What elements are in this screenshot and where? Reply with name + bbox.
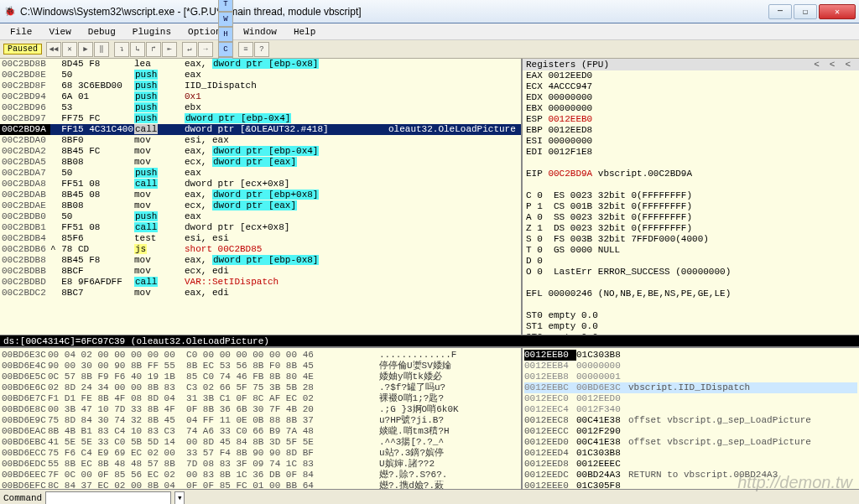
command-label: Command: [3, 493, 42, 503]
hex-row[interactable]: 00BD6EEC7F 0C 00 0F 85 56 EC 02 00 83 8B…: [2, 470, 519, 481]
disasm-row[interactable]: 00C2BD8B 8D45 F8leaeax, dword ptr [ebp-0…: [0, 59, 521, 70]
menu-debug[interactable]: Debug: [81, 25, 122, 39]
hex-row[interactable]: 00BD6ECC75 F6 C4 E9 69 EC 02 00 33 57 F4…: [2, 448, 519, 459]
toolbar: Paused ◀◀ ✕ ▶ ‖ ↴ ↳ ↱ ⇤ ↵ → LEMTWHC/KBR.…: [0, 40, 859, 59]
toolbar-letter-button[interactable]: T: [218, 0, 233, 12]
disasm-row[interactable]: 00C2BDA8 FF51 08calldword ptr [ecx+0x8]: [0, 179, 521, 190]
disasm-row[interactable]: 00C2BDB8 8B45 F8moveax, dword ptr [ebp-0…: [0, 255, 521, 266]
disasm-row[interactable]: 00C2BDAB 8B45 08moveax, dword ptr [ebp+0…: [0, 190, 521, 200]
stack-row[interactable]: 0012EED80012EEEC: [524, 459, 857, 470]
disasm-row[interactable]: 00C2BDB0 50pusheax: [0, 211, 521, 222]
toolbar-button[interactable]: ⇤: [162, 42, 177, 57]
hex-row[interactable]: 00BD6E8C00 3B 47 10 7D 33 8B 4F 0F 8B 36…: [2, 404, 519, 415]
window-maximize-button[interactable]: ☐: [794, 4, 817, 19]
hex-row[interactable]: 00BD6EBC41 5E 5E 33 C0 5B 5D 14 00 8D 45…: [2, 437, 519, 448]
menubar: File View Debug Plugins Options Window H…: [0, 23, 859, 40]
hex-row[interactable]: 00BD6EAC8B 4B B1 83 C4 10 83 C3 74 A6 33…: [2, 426, 519, 437]
status-paused: Paused: [3, 44, 42, 55]
disasm-row[interactable]: 00C2BD94 6A 01push0x1: [0, 91, 521, 102]
register-line: [523, 278, 859, 288]
window-minimize-button[interactable]: ─: [768, 4, 792, 19]
hex-row[interactable]: 00BD6EFC8C 84 37 EC 02 00 8B 04 0F 0F 85…: [2, 481, 519, 489]
menu-help[interactable]: Help: [287, 25, 322, 39]
toolbar-button[interactable]: ◀◀: [46, 42, 61, 57]
hex-row[interactable]: 00BD6E5C0C 57 8B F9 F6 40 19 1B 85 C0 74…: [2, 372, 519, 382]
disasm-row[interactable]: 00C2BDA0 8BF0movesi, eax: [0, 135, 521, 146]
stack-row[interactable]: 0012EEB001C303B8: [524, 350, 857, 361]
toolbar-button[interactable]: ?: [254, 42, 269, 57]
toolbar-button[interactable]: ↵: [182, 42, 197, 57]
disasm-row[interactable]: 00C2BDA7 50pusheax: [0, 168, 521, 179]
window-close-button[interactable]: ✕: [819, 4, 856, 19]
menu-plugins[interactable]: Plugins: [126, 25, 178, 39]
register-line: ST0 empty 0.0: [523, 310, 859, 321]
disasm-row[interactable]: 00C2BDB6^ 78 CDjsshort 00C2BD85: [0, 244, 521, 255]
stack-row[interactable]: 0012EEB400000000: [524, 361, 857, 372]
disasm-row[interactable]: 00C2BDAE 8B08movecx, dword ptr [eax]: [0, 200, 521, 211]
hex-row[interactable]: 00BD6E7CF1 D1 FE 8B 4F 08 8D 04 31 3B C1…: [2, 393, 519, 404]
disasm-row[interactable]: 00C2BDA2 8B45 FCmoveax, dword ptr [ebp-0…: [0, 146, 521, 157]
command-input[interactable]: [45, 491, 171, 505]
register-line: A 0 SS 0023 32bit 0(FFFFFFFF): [523, 212, 859, 223]
disasm-row[interactable]: 00C2BDBB 8BCFmovecx, edi: [0, 266, 521, 277]
toolbar-button[interactable]: ‖: [94, 42, 109, 57]
disasm-row[interactable]: 00C2BDA5 8B08movecx, dword ptr [eax]: [0, 157, 521, 168]
stack-row[interactable]: 0012EEC00012EED0: [524, 393, 857, 404]
stack-row[interactable]: 0012EEC40012F340: [524, 404, 857, 415]
register-line: [523, 299, 859, 310]
stack-row[interactable]: 0012EEC800C41E38offset vbscript.g_sep_Lo…: [524, 415, 857, 426]
stack-row[interactable]: 0012EEDC00BD24A3RETURN to vbscript.00BD2…: [524, 470, 857, 481]
nav-left-icon[interactable]: <: [825, 60, 841, 70]
register-line: EDI 0012F1E8: [523, 147, 859, 158]
disassembly-pane[interactable]: 00C2BD8B 8D45 F8leaeax, dword ptr [ebp-0…: [0, 59, 523, 335]
menu-window[interactable]: Window: [237, 25, 284, 39]
toolbar-button[interactable]: ▶: [78, 42, 93, 57]
disasm-row[interactable]: 00C2BD8F 68 3C6EBD00pushIID_IDispatch: [0, 81, 521, 91]
disasm-row[interactable]: 00C2BDB1 FF51 08calldword ptr [ecx+0x8]: [0, 222, 521, 233]
disasm-row[interactable]: 00C2BDBD E8 9F6AFDFFcallVAR::SetIDispatc…: [0, 277, 521, 288]
stack-row[interactable]: 0012EED401C303B8: [524, 448, 857, 459]
stack-row[interactable]: 0012EED000C41E38offset vbscript.g_sep_Lo…: [524, 437, 857, 448]
disasm-row[interactable]: 00C2BDB4 85F6testesi, esi: [0, 233, 521, 244]
register-line: EBP 0012EED8: [523, 125, 859, 136]
hex-row[interactable]: 00BD6E6C02 8D 24 34 00 00 8B 83 C3 02 66…: [2, 382, 519, 393]
toolbar-button[interactable]: ≡: [238, 42, 253, 57]
stack-row[interactable]: 0012EEBC00BD6E3Cvbscript.IID_IDispatch: [524, 382, 857, 393]
hex-row[interactable]: 00BD6E9C75 8D 84 30 74 32 8B 45 04 FF 11…: [2, 415, 519, 426]
toolbar-letter-button[interactable]: C: [218, 42, 233, 57]
hex-row[interactable]: 00BD6E3C00 04 02 00 00 00 00 00 C0 00 00…: [2, 350, 519, 361]
hexdump-pane[interactable]: 00BD6E3C00 04 02 00 00 00 00 00 C0 00 00…: [0, 348, 523, 489]
disasm-row[interactable]: 00C2BD8E 50pusheax: [0, 70, 521, 81]
register-line: ST2 empty 0.0: [523, 332, 859, 335]
window-titlebar: 🐞 C:\Windows\System32\wscript.exe - [*G.…: [0, 0, 859, 23]
disasm-row[interactable]: 00C2BD96 53pushebx: [0, 102, 521, 113]
disasm-row[interactable]: 00C2BDC2 8BC7moveax, edi: [0, 288, 521, 299]
toolbar-button[interactable]: ↱: [146, 42, 161, 57]
disasm-status: ds:[00C4314C]=6FC97C39 (oleaut32.OleLoad…: [0, 335, 859, 346]
disasm-row[interactable]: 00C2BD97 FF75 FCpushdword ptr [ebp-0x4]: [0, 113, 521, 124]
toolbar-button[interactable]: ↴: [114, 42, 129, 57]
registers-pane[interactable]: Registers (FPU) < < < EAX 0012EED0ECX 4A…: [523, 59, 859, 335]
stack-pane[interactable]: 0012EEB001C303B80012EEB4000000000012EEB8…: [523, 348, 859, 489]
register-line: Z 1 DS 0023 32bit 0(FFFFFFFF): [523, 223, 859, 234]
stack-row[interactable]: 0012EEB800000001: [524, 372, 857, 382]
register-line: [523, 158, 859, 169]
nav-left-icon[interactable]: <: [840, 60, 856, 70]
menu-file[interactable]: File: [3, 25, 39, 39]
disasm-row[interactable]: 00C2BD9A FF15 4C31C400calldword ptr [&OL…: [0, 124, 521, 135]
hex-row[interactable]: 00BD6E4C90 00 30 00 90 8B FF 55 8B EC 53…: [2, 361, 519, 372]
register-line: D 0: [523, 256, 859, 267]
stack-row[interactable]: 0012EECC0012F290: [524, 426, 857, 437]
toolbar-button[interactable]: ↳: [130, 42, 145, 57]
stack-row[interactable]: 0012EEE001C305F8: [524, 481, 857, 489]
command-dropdown-button[interactable]: ▾: [174, 491, 185, 505]
menu-view[interactable]: View: [42, 25, 77, 39]
nav-left-icon[interactable]: <: [809, 60, 825, 70]
register-line: ESI 00000000: [523, 136, 859, 147]
toolbar-button[interactable]: ✕: [62, 42, 77, 57]
hex-row[interactable]: 00BD6EDC55 8B EC 8B 48 48 57 8B 7D 08 83…: [2, 459, 519, 470]
toolbar-letter-button[interactable]: H: [218, 27, 233, 42]
toolbar-button[interactable]: →: [198, 42, 213, 57]
toolbar-letter-button[interactable]: W: [218, 12, 233, 27]
register-line: P 1 CS 001B 32bit 0(FFFFFFFF): [523, 201, 859, 212]
